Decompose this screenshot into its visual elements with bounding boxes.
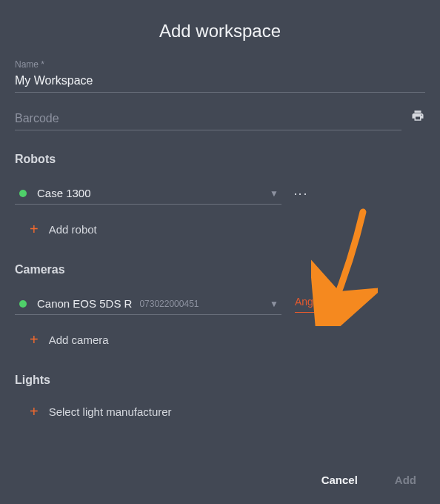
add-robot-label: Add robot [49, 223, 97, 236]
robot-selected-label: Case 1300 [37, 187, 91, 199]
plus-icon: + [30, 331, 39, 348]
add-camera-button[interactable]: + Add camera [30, 331, 425, 348]
chevron-down-icon: ▼ [270, 299, 279, 309]
lights-section-header: Lights [15, 374, 425, 387]
name-label: Name * [15, 59, 425, 70]
camera-select[interactable]: Canon EOS 5DS R 073022000451 ▼ [15, 293, 281, 315]
plus-icon: + [30, 403, 39, 420]
add-button[interactable]: Add [387, 468, 424, 492]
dialog-title: Add workspace [15, 21, 425, 42]
select-light-label: Select light manufacturer [49, 405, 172, 418]
camera-serial: 073022000451 [139, 299, 270, 309]
add-robot-button[interactable]: + Add robot [30, 221, 425, 238]
barcode-input[interactable] [15, 109, 401, 130]
robot-more-menu[interactable]: ⋮ [295, 188, 307, 199]
add-camera-label: Add camera [49, 334, 109, 346]
name-input[interactable] [15, 71, 425, 93]
camera-selected-label: Canon EOS 5DS R [37, 297, 132, 310]
print-icon[interactable] [410, 109, 425, 130]
cancel-button[interactable]: Cancel [314, 468, 365, 492]
status-dot-icon [19, 300, 27, 308]
select-light-manufacturer-button[interactable]: + Select light manufacturer [30, 403, 425, 420]
angle-field[interactable]: Angle * [295, 296, 354, 313]
cameras-section-header: Cameras [15, 263, 425, 276]
plus-icon: + [30, 221, 39, 238]
chevron-down-icon: ▼ [270, 188, 279, 199]
status-dot-icon [19, 190, 27, 197]
robots-section-header: Robots [15, 153, 425, 166]
robot-select[interactable]: Case 1300 ▼ [15, 182, 281, 205]
